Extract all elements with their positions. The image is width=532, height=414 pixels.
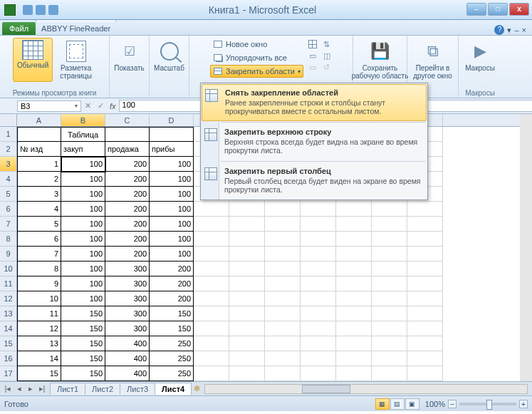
cell-J13[interactable] (372, 306, 407, 321)
cell-H6[interactable] (301, 202, 336, 217)
cell-D16[interactable]: 250 (150, 351, 194, 366)
cell-E14[interactable] (194, 321, 229, 336)
col-header-C[interactable]: C (105, 114, 150, 126)
cell-C4[interactable]: 200 (105, 172, 150, 187)
cell-A5[interactable]: 3 (17, 187, 61, 202)
row-header-4[interactable]: 4 (0, 172, 16, 187)
cell-D15[interactable]: 250 (150, 336, 194, 351)
cell-B8[interactable]: 100 (61, 232, 105, 247)
sheet-nav-last-icon[interactable]: ▸| (37, 384, 47, 393)
maximize-button[interactable]: □ (488, 3, 508, 16)
split-icon[interactable] (308, 40, 317, 48)
cell-A15[interactable]: 13 (17, 336, 61, 351)
cell-D1[interactable] (150, 127, 194, 142)
cell-H9[interactable] (301, 247, 336, 262)
row-header-5[interactable]: 5 (0, 187, 16, 202)
cell-C16[interactable]: 400 (105, 351, 150, 366)
cell-J9[interactable] (372, 247, 407, 262)
cell-J12[interactable] (372, 291, 407, 306)
cell-C6[interactable]: 200 (105, 202, 150, 217)
enter-icon[interactable]: ✓ (94, 101, 107, 110)
cell-F8[interactable] (229, 232, 265, 247)
cell-K6[interactable] (407, 202, 443, 217)
help-icon[interactable]: ? (494, 25, 504, 35)
cell-I13[interactable] (336, 306, 372, 321)
cell-E13[interactable] (194, 306, 229, 321)
row-header-8[interactable]: 8 (0, 232, 16, 247)
cell-A17[interactable]: 15 (17, 366, 61, 381)
cell-B15[interactable]: 150 (61, 336, 105, 351)
row-header-11[interactable]: 11 (0, 276, 16, 291)
cell-G14[interactable] (265, 321, 301, 336)
file-tab[interactable]: Файл (2, 22, 36, 35)
cell-C13[interactable]: 300 (105, 306, 150, 321)
cell-D10[interactable]: 200 (150, 262, 194, 276)
rib-minimize-icon[interactable]: – (514, 26, 518, 34)
cell-K8[interactable] (407, 232, 443, 247)
cell-C11[interactable]: 300 (105, 276, 150, 291)
cell-B16[interactable]: 150 (61, 351, 105, 366)
cell-E11[interactable] (194, 276, 229, 291)
cell-C14[interactable]: 300 (105, 321, 150, 336)
cell-E8[interactable] (194, 232, 229, 247)
cell-C3[interactable]: 200 (105, 157, 150, 172)
cell-K11[interactable] (407, 276, 443, 291)
row-header-7[interactable]: 7 (0, 217, 16, 232)
chevron-down-icon[interactable]: ▾ (75, 103, 78, 109)
cell-F11[interactable] (229, 276, 265, 291)
sheet-tab-3[interactable]: Лист4 (155, 383, 192, 395)
cell-K14[interactable] (407, 321, 443, 336)
cell-I9[interactable] (336, 247, 372, 262)
cell-I11[interactable] (336, 276, 372, 291)
reset-pos-icon[interactable]: ↺ (322, 62, 332, 72)
qat-redo-icon[interactable] (48, 5, 58, 15)
row-header-3[interactable]: 3 (0, 157, 16, 172)
cell-B17[interactable]: 150 (61, 366, 105, 381)
cell-E17[interactable] (194, 366, 229, 381)
cell-H7[interactable] (301, 217, 336, 232)
hide-icon[interactable]: ▭ (308, 51, 318, 61)
row-header-9[interactable]: 9 (0, 247, 16, 262)
zoom-out-button[interactable]: − (448, 400, 457, 408)
cell-B14[interactable]: 150 (61, 321, 105, 336)
cell-G6[interactable] (265, 202, 301, 217)
cell-D17[interactable]: 250 (150, 366, 194, 381)
row-header-14[interactable]: 14 (0, 321, 16, 336)
sheet-tab-1[interactable]: Лист2 (85, 383, 120, 395)
cell-E10[interactable] (194, 262, 229, 276)
cell-C5[interactable]: 200 (105, 187, 150, 202)
row-header-16[interactable]: 16 (0, 351, 16, 366)
cell-A14[interactable]: 12 (17, 321, 61, 336)
cell-C7[interactable]: 200 (105, 217, 150, 232)
cell-D11[interactable]: 200 (150, 276, 194, 291)
cell-D7[interactable]: 100 (150, 217, 194, 232)
cell-C10[interactable]: 300 (105, 262, 150, 276)
cell-B2[interactable]: закуп (61, 142, 105, 157)
cell-D14[interactable]: 150 (150, 321, 194, 336)
cell-K7[interactable] (407, 217, 443, 232)
cell-H13[interactable] (301, 306, 336, 321)
row-header-2[interactable]: 2 (0, 142, 16, 157)
cell-J14[interactable] (372, 321, 407, 336)
cell-J11[interactable] (372, 276, 407, 291)
view-pagelayout-shortcut[interactable]: ▤ (390, 398, 405, 410)
cell-F13[interactable] (229, 306, 265, 321)
freeze-menu-item-1[interactable]: Закрепить верхнюю строкуВерхняя строка в… (201, 123, 427, 160)
cell-J17[interactable] (372, 366, 407, 381)
show-button[interactable]: ☑ Показать (110, 38, 149, 74)
row-header-13[interactable]: 13 (0, 306, 16, 321)
cell-K15[interactable] (407, 336, 443, 351)
freeze-menu-item-2[interactable]: Закрепить первый столбецПервый столбец в… (201, 162, 427, 200)
cell-G15[interactable] (265, 336, 301, 351)
cell-A7[interactable]: 5 (17, 217, 61, 232)
new-window-button[interactable]: Новое окно (210, 38, 303, 51)
cell-G17[interactable] (265, 366, 301, 381)
fx-icon[interactable]: fx (110, 102, 116, 110)
row-header-1[interactable]: 1 (0, 127, 16, 142)
cell-D9[interactable]: 100 (150, 247, 194, 262)
cell-B7[interactable]: 100 (61, 217, 105, 232)
vertical-scrollbar[interactable] (520, 114, 532, 381)
sheet-tab-2[interactable]: Лист3 (120, 383, 155, 395)
col-header-B[interactable]: B (61, 114, 105, 126)
view-page-layout-button[interactable]: Разметка страницы (56, 38, 96, 82)
